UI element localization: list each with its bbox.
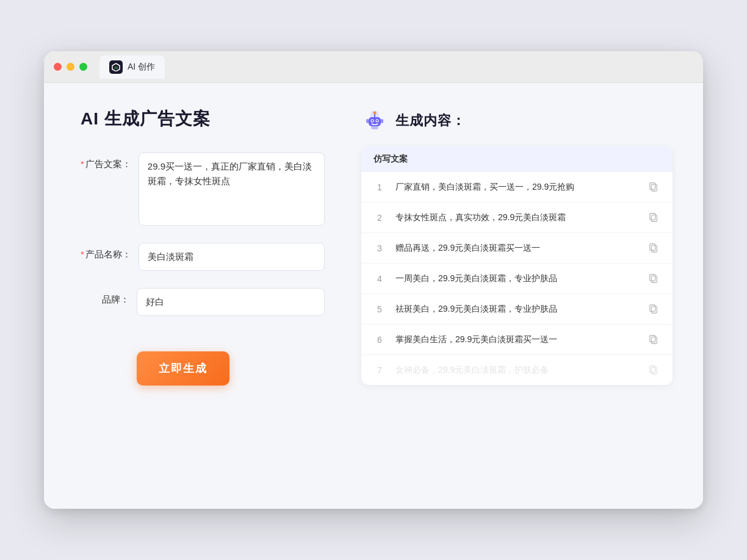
copy-button[interactable] — [648, 242, 660, 254]
svg-rect-16 — [650, 213, 655, 220]
row-text: 专抹女性斑点，真实功效，29.9元美白淡斑霜 — [395, 211, 638, 224]
svg-rect-21 — [651, 306, 657, 313]
result-header: 生成内容： — [361, 107, 673, 134]
svg-point-9 — [374, 112, 377, 115]
svg-rect-25 — [651, 367, 657, 374]
row-text: 祛斑美白，29.9元美白淡斑霜，专业护肤品 — [395, 303, 638, 315]
svg-rect-23 — [651, 337, 657, 343]
table-header: 仿写文案 — [361, 146, 673, 172]
svg-rect-12 — [371, 126, 378, 129]
row-number: 6 — [374, 335, 386, 345]
row-text: 女神必备，29.9元美白淡斑霜，护肤必备 — [395, 364, 638, 376]
table-row: 4一周美白，29.9元美白淡斑霜，专业护肤品 — [361, 264, 673, 294]
copy-button[interactable] — [648, 303, 660, 315]
right-panel: 生成内容： 仿写文案 1厂家直销，美白淡斑霜，买一送一，29.9元抢购2专抹女性… — [361, 107, 673, 484]
tab-label: AI 创作 — [128, 62, 155, 73]
svg-rect-19 — [651, 276, 657, 282]
ad-copy-group: *广告文案： — [81, 153, 325, 226]
left-panel: AI 生成广告文案 *广告文案： *产品名称： 品牌： 立即生成 — [81, 107, 325, 484]
row-number: 4 — [374, 274, 386, 284]
minimize-button[interactable] — [67, 63, 74, 71]
active-tab[interactable]: AI AI 创作 — [99, 56, 165, 79]
maximize-button[interactable] — [79, 63, 87, 71]
table-row: 5祛斑美白，29.9元美白淡斑霜，专业护肤品 — [361, 294, 673, 325]
result-rows-container: 1厂家直销，美白淡斑霜，买一送一，29.9元抢购2专抹女性斑点，真实功效，29.… — [361, 172, 673, 385]
main-content: AI 生成广告文案 *广告文案： *产品名称： 品牌： 立即生成 — [44, 83, 703, 509]
page-title: AI 生成广告文案 — [81, 107, 325, 131]
copy-button[interactable] — [648, 334, 660, 346]
product-group: *产品名称： — [81, 243, 325, 271]
brand-group: 品牌： — [81, 288, 325, 316]
svg-point-7 — [377, 120, 378, 121]
svg-rect-11 — [381, 119, 383, 123]
traffic-lights — [54, 63, 87, 71]
required-star-ad: * — [81, 159, 84, 169]
titlebar: AI AI 创作 — [44, 51, 703, 83]
svg-text:AI: AI — [114, 66, 118, 70]
copy-button[interactable] — [648, 273, 660, 285]
brand-input[interactable] — [137, 288, 325, 316]
svg-rect-13 — [651, 184, 657, 191]
svg-rect-18 — [650, 243, 655, 250]
table-row: 3赠品再送，29.9元美白淡斑霜买一送一 — [361, 233, 673, 264]
copy-button[interactable] — [648, 212, 660, 224]
copy-button[interactable] — [648, 364, 660, 376]
svg-rect-15 — [651, 215, 657, 221]
browser-window: AI AI 创作 AI 生成广告文案 *广告文案： *产品名称： — [44, 51, 703, 509]
table-row: 7女神必备，29.9元美白淡斑霜，护肤必备 — [361, 355, 673, 385]
svg-point-6 — [372, 120, 373, 121]
ad-copy-input[interactable] — [139, 153, 325, 226]
svg-rect-10 — [366, 119, 369, 123]
result-table: 仿写文案 1厂家直销，美白淡斑霜，买一送一，29.9元抢购2专抹女性斑点，真实功… — [361, 146, 673, 385]
svg-rect-22 — [650, 304, 655, 311]
row-text: 赠品再送，29.9元美白淡斑霜买一送一 — [395, 242, 638, 254]
table-row: 1厂家直销，美白淡斑霜，买一送一，29.9元抢购 — [361, 172, 673, 203]
row-text: 厂家直销，美白淡斑霜，买一送一，29.9元抢购 — [395, 181, 638, 193]
robot-icon — [361, 107, 388, 134]
svg-rect-26 — [650, 365, 655, 372]
row-number: 5 — [374, 304, 386, 314]
row-text: 掌握美白生活，29.9元美白淡斑霜买一送一 — [395, 333, 638, 346]
close-button[interactable] — [54, 63, 62, 71]
svg-rect-17 — [651, 245, 657, 252]
row-number: 3 — [374, 243, 386, 253]
row-number: 2 — [374, 213, 386, 223]
row-number: 1 — [374, 182, 386, 192]
brand-label: 品牌： — [81, 288, 129, 306]
required-star-product: * — [81, 249, 84, 259]
generate-button[interactable]: 立即生成 — [137, 351, 229, 386]
table-row: 6掌握美白生活，29.9元美白淡斑霜买一送一 — [361, 325, 673, 355]
row-number: 7 — [374, 365, 386, 375]
svg-rect-14 — [650, 182, 655, 189]
table-row: 2专抹女性斑点，真实功效，29.9元美白淡斑霜 — [361, 203, 673, 233]
svg-rect-20 — [650, 274, 655, 281]
ai-tab-icon: AI — [109, 60, 123, 74]
svg-rect-24 — [650, 335, 655, 342]
ad-copy-label: *广告文案： — [81, 153, 131, 170]
result-title: 生成内容： — [395, 112, 466, 130]
row-text: 一周美白，29.9元美白淡斑霜，专业护肤品 — [395, 272, 638, 285]
product-input[interactable] — [139, 243, 325, 271]
copy-button[interactable] — [648, 181, 660, 193]
product-label: *产品名称： — [81, 243, 131, 260]
